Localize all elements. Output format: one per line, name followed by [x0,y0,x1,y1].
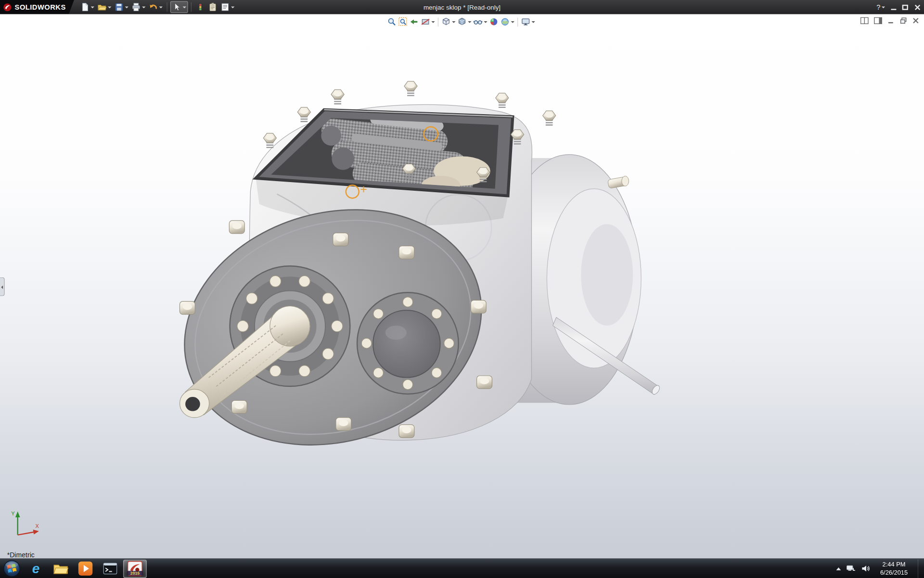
tray-show-hidden-button[interactable] [836,567,841,570]
print-button[interactable] [130,2,146,13]
pane-display-button[interactable] [874,17,882,25]
dropdown-arrow-icon[interactable] [452,21,455,23]
clipboard-icon [208,2,218,12]
dropdown-arrow-icon[interactable] [468,21,471,23]
restore-document-button[interactable] [900,17,907,25]
dropdown-arrow-icon[interactable] [484,21,487,23]
undo-icon [148,2,158,12]
help-glyph: ? [876,3,880,11]
tray-network-button[interactable] [846,565,856,573]
minimize-icon [887,17,895,25]
dropdown-arrow-icon[interactable] [159,6,162,8]
section-view-button[interactable] [420,16,436,27]
save-button[interactable] [113,2,129,13]
brand-text: SOLIDWORKS [15,3,66,11]
media-player-icon [78,562,92,576]
tray-volume-button[interactable] [861,565,871,573]
display-style-button[interactable] [457,16,472,27]
tray-clock[interactable]: 2:44 PM 6/26/2015 [876,561,912,577]
dropdown-arrow-icon[interactable] [431,21,435,23]
new-button[interactable] [79,2,95,13]
triad-axes-icon: Y X [10,508,43,541]
open-button[interactable] [96,2,112,13]
edit-appearance-button[interactable] [488,16,499,27]
screen: SOLIDWORKS [0,0,924,578]
viewport-split-button[interactable] [860,17,869,25]
help-button[interactable]: ? [876,3,885,11]
dropdown-arrow-icon[interactable] [882,6,885,8]
hide-show-items-button[interactable] [473,16,488,27]
section-view-icon [421,17,430,27]
select-button[interactable] [170,1,188,13]
top-cover-opening[interactable] [256,110,513,226]
output-bearing-cover[interactable] [357,292,459,394]
titlebar: SOLIDWORKS [0,0,924,14]
close-button[interactable] [914,4,920,10]
hide-show-glasses-icon [473,17,483,27]
left-panel-tab[interactable] [0,277,5,296]
taskbar-internet-explorer[interactable]: e [24,559,48,578]
taskbar-media-player[interactable] [74,559,97,578]
maximize-icon [902,4,908,10]
play-icon [83,565,89,572]
document-window-controls [860,17,919,25]
taskbar-command-prompt[interactable] [98,559,122,578]
dropdown-arrow-icon[interactable] [142,6,145,8]
print-icon [131,2,141,12]
zoom-to-fit-button[interactable] [386,16,397,27]
dropdown-arrow-icon[interactable] [108,6,111,8]
previous-view-icon [410,17,419,27]
internet-explorer-icon: e [32,562,40,575]
minimize-document-button[interactable] [887,17,895,25]
display-style-icon [457,17,467,27]
apply-scene-button[interactable] [500,16,515,27]
window-controls: ? [876,3,924,11]
folder-icon [53,562,68,575]
pane-display-icon [874,17,882,25]
dropdown-arrow-icon[interactable] [531,21,535,23]
view-settings-button[interactable] [520,16,536,27]
zoom-to-area-button[interactable] [398,16,409,27]
close-document-button[interactable] [912,17,920,25]
appearance-ball-icon [489,17,499,27]
undo-button[interactable] [147,2,164,13]
close-icon [912,17,920,25]
select-cursor-icon [172,2,181,12]
gearbox-model[interactable] [0,14,924,558]
solidworks-version-badge: 2015 [127,571,142,576]
dropdown-arrow-icon[interactable] [125,6,128,8]
viewport-split-icon [860,17,869,25]
dropdown-arrow-icon[interactable] [231,6,234,8]
start-button[interactable] [0,559,24,578]
options-button[interactable] [219,2,235,13]
taskbar-solidworks[interactable]: 2015 [123,559,147,578]
view-orientation-button[interactable] [441,16,456,27]
dropdown-arrow-icon[interactable] [90,6,94,8]
show-desktop-button[interactable] [918,559,923,578]
taskbar-file-explorer[interactable] [49,559,73,578]
toolbar-separator [517,17,518,26]
minimize-icon [891,9,896,10]
close-icon [914,4,920,10]
maximize-button[interactable] [902,4,908,10]
graphics-area[interactable]: Y X *Dimetric [0,14,924,558]
dropdown-arrow-icon[interactable] [182,6,186,8]
solidworks-app-icon: 2015 [127,561,142,576]
minimize-button[interactable] [891,4,896,10]
network-icon [846,565,856,573]
rebuild-button[interactable] [194,2,206,13]
top-shaft-stub[interactable] [607,176,629,189]
toolbar-separator [191,2,191,12]
dropdown-arrow-icon[interactable] [511,21,514,23]
file-properties-button[interactable] [206,2,218,13]
x-axis-label: X [35,523,39,529]
windows-start-icon [3,560,21,578]
previous-view-button[interactable] [409,16,420,27]
speaker-icon [861,565,871,573]
zoom-to-area-icon [398,17,408,27]
standard-toolbar [74,1,236,13]
command-prompt-icon [103,563,117,574]
zoom-to-fit-icon [387,17,397,27]
open-folder-icon [97,2,107,12]
3ds-logo-icon [3,3,12,12]
